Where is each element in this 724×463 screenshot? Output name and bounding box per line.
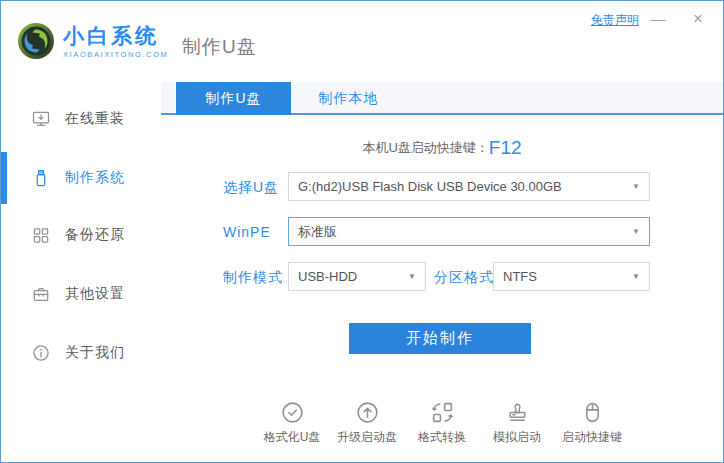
sidebar-item-make-system[interactable]: 制作系统 (1, 152, 161, 204)
tool-label: 升级启动盘 (337, 429, 397, 446)
monitor-reinstall-icon (31, 109, 51, 129)
simulate-boot-icon (505, 400, 530, 425)
sidebar-item-label: 备份还原 (65, 226, 125, 244)
toolbox-icon (31, 284, 51, 304)
tab-make-usb[interactable]: 制作U盘 (176, 82, 291, 115)
sidebar-item-backup-restore[interactable]: 备份还原 (1, 209, 161, 261)
format-convert-icon (430, 400, 455, 425)
usb-select-value: G:(hd2)USB Flash Disk USB Device 30.00GB (298, 179, 562, 194)
chevron-down-icon: ▼ (632, 218, 640, 245)
start-make-button[interactable]: 开始制作 (349, 323, 531, 354)
usb-drive-icon (31, 168, 51, 188)
sidebar-item-label: 制作系统 (65, 169, 125, 187)
close-button[interactable]: × (687, 9, 709, 29)
tool-boot-hotkey[interactable]: 启动快捷键 (559, 400, 625, 446)
tool-label: 启动快捷键 (562, 429, 622, 446)
make-mode-dropdown[interactable]: USB-HDD ▼ (288, 262, 426, 291)
partition-format-dropdown[interactable]: NTFS ▼ (493, 262, 650, 291)
tab-bar: 制作U盘 制作本地 (161, 82, 723, 115)
disclaimer-link[interactable]: 免责声明 (591, 12, 639, 29)
logo-swirl-icon (17, 22, 55, 60)
app-window: 小白系统 XIAOBAIXITONG.COM 制作U盘 免责声明 — × 在线重… (0, 0, 724, 463)
chevron-down-icon: ▼ (632, 173, 640, 200)
hotkey-label: 本机U盘启动快捷键： (362, 140, 488, 155)
tool-format-usb[interactable]: 格式化U盘 (259, 400, 325, 446)
sidebar-item-online-reinstall[interactable]: 在线重装 (1, 93, 161, 145)
winpe-dropdown[interactable]: 标准版 ▼ (288, 217, 650, 246)
winpe-value: 标准版 (298, 224, 337, 239)
tool-label: 格式化U盘 (264, 429, 321, 446)
tool-simulate-boot[interactable]: 模拟启动 (484, 400, 550, 446)
minimize-button[interactable]: — (647, 9, 669, 29)
app-logo: 小白系统 XIAOBAIXITONG.COM (17, 22, 168, 60)
tool-label: 格式转换 (418, 429, 466, 446)
page-title: 制作U盘 (182, 34, 257, 60)
sidebar-item-label: 在线重装 (65, 110, 125, 128)
boot-hotkey-icon (580, 400, 605, 425)
hotkey-value: F12 (489, 137, 522, 158)
make-mode-label: 制作模式 (223, 269, 283, 287)
tool-label: 模拟启动 (493, 429, 541, 446)
tool-format-convert[interactable]: 格式转换 (409, 400, 475, 446)
partition-format-label: 分区格式 (434, 269, 494, 287)
partition-format-value: NTFS (503, 269, 537, 284)
sidebar-item-label: 其他设置 (65, 285, 125, 303)
tab-make-local[interactable]: 制作本地 (291, 82, 406, 115)
usb-select-dropdown[interactable]: G:(hd2)USB Flash Disk USB Device 30.00GB… (288, 172, 650, 201)
sidebar-item-other-settings[interactable]: 其他设置 (1, 268, 161, 320)
brand-name: 小白系统 (63, 24, 168, 48)
tool-upgrade-boot[interactable]: 升级启动盘 (334, 400, 400, 446)
sidebar-item-about-us[interactable]: 关于我们 (1, 327, 161, 379)
winpe-label: WinPE (223, 224, 271, 240)
backup-grid-icon (31, 225, 51, 245)
sidebar-item-label: 关于我们 (65, 344, 125, 362)
make-mode-value: USB-HDD (298, 269, 357, 284)
chevron-down-icon: ▼ (632, 263, 640, 290)
format-usb-icon (280, 400, 305, 425)
footer-toolbar: 格式化U盘 升级启动盘 格式转换 模拟启动 (161, 400, 723, 446)
brand-domain: XIAOBAIXITONG.COM (63, 50, 168, 59)
boot-hotkey-line: 本机U盘启动快捷键：F12 (161, 137, 723, 159)
upgrade-boot-icon (355, 400, 380, 425)
chevron-down-icon: ▼ (408, 263, 416, 290)
info-icon (31, 343, 51, 363)
usb-select-label: 选择U盘 (223, 179, 279, 197)
